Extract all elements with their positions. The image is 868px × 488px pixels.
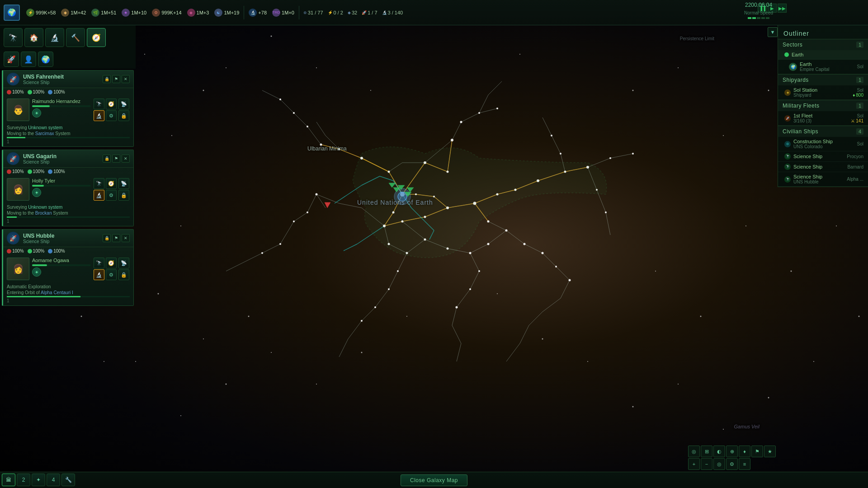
civilian-label: Civilian Ships bbox=[783, 128, 818, 135]
map-menu[interactable]: ≡ bbox=[739, 458, 750, 470]
action-btn-3[interactable]: 📡 bbox=[118, 99, 129, 109]
action-btn-6[interactable]: 🔒 bbox=[118, 110, 129, 121]
military-header[interactable]: Military Fleets 1 bbox=[778, 100, 868, 111]
leader-icon-fahrenheit: ✦ bbox=[32, 108, 41, 117]
toolbar-sub: 🚀 👤 🌍 bbox=[0, 50, 136, 69]
shipyards-count: 1 bbox=[856, 77, 863, 83]
g-action-1[interactable]: 🔭 bbox=[94, 178, 104, 189]
action-btn-4[interactable]: 🔬 bbox=[94, 110, 104, 121]
g-action-5[interactable]: ⚙ bbox=[106, 190, 117, 201]
outliner-item-science-barnard[interactable]: 🔭 Science Ship Barnard bbox=[778, 162, 868, 172]
science-3-text: Science Ship UNS Hubble bbox=[793, 174, 847, 184]
h-action-3[interactable]: 📡 bbox=[118, 258, 129, 268]
h-action-2[interactable]: 🧭 bbox=[106, 258, 117, 268]
ship-close-fahrenheit[interactable]: ✕ bbox=[122, 75, 130, 83]
ship-flag-hubble[interactable]: ⚑ bbox=[112, 234, 120, 242]
map-filter-7[interactable]: ★ bbox=[764, 446, 776, 457]
action-btn-2[interactable]: 🧭 bbox=[106, 99, 117, 109]
planets-view-button[interactable]: 🌍 bbox=[38, 52, 53, 67]
outliner-item-sol-station[interactable]: ◈ Sol Station Shipyard Sol ♦ 800 bbox=[778, 85, 868, 100]
bl-icon-3[interactable]: ✦ bbox=[32, 474, 45, 486]
map-filter-3[interactable]: ◐ bbox=[713, 446, 725, 457]
outliner-item-earth-sector[interactable]: Earth bbox=[778, 50, 868, 60]
map-filter-1[interactable]: ◎ bbox=[688, 446, 700, 457]
civilian-header[interactable]: Civilian Ships 4 bbox=[778, 126, 868, 137]
shields-stat: 100% bbox=[28, 89, 45, 94]
leader-icon-gagarin: ✦ bbox=[32, 188, 41, 197]
sectors-header[interactable]: Sectors 1 bbox=[778, 39, 868, 50]
map-filter-2[interactable]: ⊞ bbox=[701, 446, 712, 457]
construction-loc: Sol bbox=[857, 141, 863, 146]
ships-view-button[interactable]: 🚀 bbox=[4, 52, 19, 67]
date-display: 2200.06.04 Normal Speed bbox=[744, 2, 773, 19]
bl-icon-5[interactable]: 🔧 bbox=[61, 474, 75, 486]
map-filter-4[interactable]: ⊕ bbox=[726, 446, 738, 457]
expand-outliner-button[interactable]: ▼ bbox=[768, 27, 778, 37]
h-action-4[interactable]: 🔬 bbox=[94, 269, 104, 280]
fleet-icon: 🚀 bbox=[784, 115, 791, 122]
consumer-icon: ★ bbox=[122, 9, 130, 17]
survey-button[interactable]: 🔭 bbox=[4, 28, 23, 47]
explore-button[interactable]: 🧭 bbox=[87, 28, 106, 47]
action-btn-1[interactable]: 🔭 bbox=[94, 99, 104, 109]
outliner-item-science-procyon[interactable]: 🔭 Science Ship Procyon bbox=[778, 151, 868, 162]
ship-stats-hubble: 100% 100% 100% bbox=[3, 247, 133, 255]
g-action-6[interactable]: 🔒 bbox=[118, 190, 129, 201]
ship-close-gagarin[interactable]: ✕ bbox=[122, 155, 130, 163]
ship-type-fahrenheit: Science Ship bbox=[23, 80, 64, 85]
fleet-stat-1: ⊕ 31 / 77 bbox=[303, 10, 323, 15]
outliner-item-1st-fleet[interactable]: 🚀 1st Fleet 3/160 (3) Sol ⚔ 141 bbox=[778, 111, 868, 126]
bl-icon-2[interactable]: 2 bbox=[17, 474, 30, 486]
g-action-3[interactable]: 📡 bbox=[118, 178, 129, 189]
map-settings[interactable]: ⚙ bbox=[726, 458, 738, 470]
ship-flag-gagarin[interactable]: ⚑ bbox=[112, 155, 120, 163]
g-action-4[interactable]: 🔬 bbox=[94, 190, 104, 201]
ship-flag-fahrenheit[interactable]: ⚑ bbox=[112, 75, 120, 83]
map-zoom-in[interactable]: + bbox=[688, 458, 700, 470]
shields-value: 100% bbox=[33, 89, 45, 94]
fuel-icon bbox=[48, 90, 52, 94]
map-center[interactable]: ◎ bbox=[713, 458, 725, 470]
health-stat: 100% bbox=[7, 89, 24, 94]
ship-close-hubble[interactable]: ✕ bbox=[122, 234, 130, 242]
g-action-2[interactable]: 🧭 bbox=[106, 178, 117, 189]
unity-value: 1M+19 bbox=[224, 10, 239, 15]
ship-card-gagarin: 🚀 UNS Gagarin Science Ship 🔒 ⚑ ✕ 100% 10… bbox=[2, 150, 134, 226]
ship-content-fahrenheit: 👨 Raimundo Hernandez ✦ 🔭 🧭 📡 🔬 ⚙ 🔒 bbox=[3, 96, 133, 124]
resource-minerals: ◆ 1M+42 bbox=[61, 9, 86, 17]
map-zoom-out[interactable]: − bbox=[701, 458, 712, 470]
ship-lock-hubble[interactable]: 🔒 bbox=[103, 234, 111, 242]
action-btn-5[interactable]: ⚙ bbox=[106, 110, 117, 121]
progress-bar-gagarin bbox=[7, 216, 130, 218]
close-galaxy-map-button[interactable]: Close Galaxy Map bbox=[401, 474, 467, 486]
ship-lock-gagarin[interactable]: 🔒 bbox=[103, 155, 111, 163]
food-icon: 🌿 bbox=[91, 9, 99, 17]
ship-lock-fahrenheit[interactable]: 🔒 bbox=[103, 75, 111, 83]
science-1-loc: Procyon bbox=[847, 154, 863, 159]
bl-icon-1[interactable]: 🏛 bbox=[2, 474, 15, 486]
ship-content-hubble: 👩 Aomame Ogawa ✦ 🔭 🧭 📡 🔬 ⚙ 🔒 bbox=[3, 255, 133, 283]
map-controls-row2: + − ◎ ⚙ ≡ bbox=[688, 458, 776, 470]
map-filter-5[interactable]: ♦ bbox=[739, 446, 750, 457]
build-button[interactable]: 🔨 bbox=[66, 28, 85, 47]
h-action-1[interactable]: 🔭 bbox=[94, 258, 104, 268]
research-button[interactable]: 🔬 bbox=[45, 28, 64, 47]
leaders-view-button[interactable]: 👤 bbox=[21, 52, 36, 67]
colonize-button[interactable]: 🏠 bbox=[24, 28, 43, 47]
earth-planet-icon: 🌍 bbox=[789, 63, 797, 71]
fast-forward-button[interactable]: ▶▶ bbox=[778, 4, 787, 13]
empire-flag[interactable]: 🌍 bbox=[4, 5, 20, 21]
map-filter-6[interactable]: ⚑ bbox=[751, 446, 763, 457]
influence-icon: ◈ bbox=[187, 9, 195, 17]
xp-bar-gagarin bbox=[32, 185, 91, 187]
outliner-item-science-hubble[interactable]: 🔭 Science Ship UNS Hubble Alpha ... bbox=[778, 172, 868, 187]
science-3-loc: Alpha ... bbox=[847, 177, 863, 182]
h-action-5[interactable]: ⚙ bbox=[106, 269, 117, 280]
h-action-6[interactable]: 🔒 bbox=[118, 269, 129, 280]
outliner-item-construction[interactable]: ⚙ Construction Ship UNS Colorado Sol bbox=[778, 137, 868, 151]
fleet-sub: 3/160 (3) bbox=[793, 118, 851, 123]
construction-icon: ⚙ bbox=[784, 141, 791, 147]
bl-icon-4[interactable]: 4 bbox=[47, 474, 60, 486]
shipyards-header[interactable]: Shipyards 1 bbox=[778, 75, 868, 85]
outliner-item-earth-planet[interactable]: 🌍 Earth Empire Capital Sol bbox=[778, 60, 868, 74]
